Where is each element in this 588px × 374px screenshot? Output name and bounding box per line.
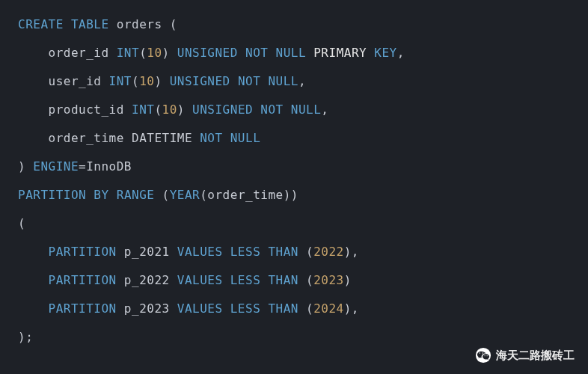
code-token: p_2022 bbox=[117, 273, 177, 287]
code-token: VALUES bbox=[177, 245, 223, 259]
code-token: ( bbox=[18, 216, 25, 230]
code-token bbox=[223, 131, 230, 145]
code-token: 2024 bbox=[313, 301, 344, 316]
code-token: ENGINE bbox=[33, 159, 79, 174]
code-token: NULL bbox=[268, 74, 298, 88]
code-token bbox=[18, 301, 49, 316]
code-token: , bbox=[321, 102, 328, 117]
code-token: PRIMARY bbox=[313, 46, 367, 60]
code-line: order_id INT(10) UNSIGNED NOT NULL PRIMA… bbox=[18, 39, 570, 67]
code-token bbox=[284, 102, 291, 117]
code-token: PARTITION bbox=[49, 273, 117, 287]
code-token bbox=[223, 273, 230, 287]
code-token: KEY bbox=[374, 46, 396, 60]
code-token: INT bbox=[117, 46, 139, 60]
code-token: YEAR bbox=[170, 188, 200, 202]
code-token bbox=[109, 188, 117, 202]
code-token: ( bbox=[154, 188, 169, 202]
code-token bbox=[260, 245, 268, 259]
code-token: 10 bbox=[162, 102, 177, 117]
code-line: PARTITION BY RANGE (YEAR(order_time)) bbox=[18, 181, 570, 209]
code-token bbox=[18, 273, 49, 287]
code-token bbox=[268, 46, 275, 60]
code-token bbox=[306, 46, 313, 60]
code-token: ); bbox=[18, 330, 33, 344]
code-token: VALUES bbox=[177, 301, 223, 316]
code-token: InnoDB bbox=[86, 159, 132, 174]
code-token: BY bbox=[94, 188, 108, 202]
code-token: 10 bbox=[147, 46, 162, 60]
code-line: CREATE TABLE orders ( bbox=[18, 10, 570, 39]
code-token: 2022 bbox=[313, 245, 344, 259]
code-token bbox=[223, 301, 230, 316]
code-token: RANGE bbox=[117, 188, 155, 202]
code-token: THAN bbox=[268, 301, 298, 316]
code-token: CREATE bbox=[18, 17, 64, 31]
code-token: ( bbox=[298, 245, 313, 259]
code-token: THAN bbox=[268, 273, 298, 287]
watermark-text: 海天二路搬砖工 bbox=[496, 349, 575, 363]
code-token: UNSIGNED bbox=[170, 74, 230, 88]
code-line: PARTITION p_2022 VALUES LESS THAN (2023) bbox=[18, 266, 570, 295]
code-token: ) bbox=[154, 74, 169, 88]
code-token: user_id bbox=[18, 74, 109, 88]
code-token: ( bbox=[298, 273, 313, 287]
wechat-icon bbox=[475, 347, 491, 364]
code-token bbox=[64, 17, 71, 31]
code-token: LESS bbox=[230, 273, 261, 287]
code-token: NOT bbox=[238, 74, 260, 88]
code-token: ( bbox=[132, 74, 139, 88]
code-token: NULL bbox=[230, 131, 261, 145]
code-token: NULL bbox=[276, 46, 307, 60]
code-token: = bbox=[79, 159, 86, 174]
code-token: ( bbox=[139, 46, 147, 60]
code-token: order_time DATETIME bbox=[18, 131, 200, 145]
code-token: THAN bbox=[268, 245, 298, 259]
code-line: order_time DATETIME NOT NULL bbox=[18, 124, 570, 153]
code-token: UNSIGNED bbox=[192, 102, 253, 117]
watermark: 海天二路搬砖工 bbox=[475, 347, 575, 364]
code-token: ) bbox=[177, 102, 192, 117]
code-token bbox=[260, 301, 268, 316]
code-token: NOT bbox=[200, 131, 222, 145]
code-token bbox=[367, 46, 374, 60]
code-token: VALUES bbox=[177, 273, 223, 287]
code-token: (order_time)) bbox=[200, 188, 298, 202]
code-token bbox=[260, 74, 268, 88]
code-token: PARTITION bbox=[49, 245, 117, 259]
code-token: 2023 bbox=[313, 273, 344, 287]
code-line: ( bbox=[18, 209, 570, 238]
code-token bbox=[86, 188, 94, 202]
code-token: ( bbox=[154, 102, 162, 117]
code-line: PARTITION p_2023 VALUES LESS THAN (2024)… bbox=[18, 295, 570, 323]
code-token: NULL bbox=[291, 102, 322, 117]
code-token: orders ( bbox=[109, 17, 177, 31]
code-token: LESS bbox=[230, 301, 261, 316]
code-token bbox=[230, 74, 238, 88]
code-token: LESS bbox=[230, 245, 261, 259]
code-token: p_2023 bbox=[117, 301, 177, 316]
code-token: 10 bbox=[139, 74, 154, 88]
code-token: PARTITION bbox=[18, 188, 86, 202]
code-token: ) bbox=[18, 159, 33, 174]
code-token: order_id bbox=[18, 46, 117, 60]
code-token bbox=[238, 46, 245, 60]
code-token: INT bbox=[132, 102, 154, 117]
code-token: ), bbox=[344, 245, 359, 259]
code-token: UNSIGNED bbox=[177, 46, 238, 60]
code-line: PARTITION p_2021 VALUES LESS THAN (2022)… bbox=[18, 238, 570, 266]
code-token bbox=[18, 245, 49, 259]
code-token: INT bbox=[109, 74, 132, 88]
code-token: product_id bbox=[18, 102, 132, 117]
code-token: p_2021 bbox=[117, 245, 177, 259]
sql-code-block: CREATE TABLE orders ( order_id INT(10) U… bbox=[0, 0, 588, 352]
code-token: ), bbox=[344, 301, 359, 316]
code-token: PARTITION bbox=[49, 301, 117, 316]
code-line: product_id INT(10) UNSIGNED NOT NULL, bbox=[18, 96, 570, 124]
code-token bbox=[260, 273, 268, 287]
code-token: ( bbox=[298, 301, 313, 316]
code-token: ) bbox=[162, 46, 177, 60]
code-token: TABLE bbox=[71, 17, 109, 31]
code-line: ) ENGINE=InnoDB bbox=[18, 153, 570, 181]
code-line: user_id INT(10) UNSIGNED NOT NULL, bbox=[18, 67, 570, 96]
